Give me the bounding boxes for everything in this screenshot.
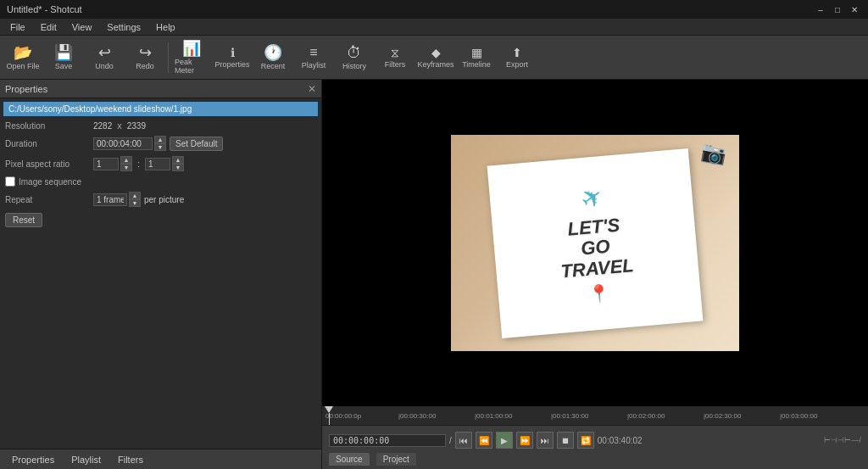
duration-down-arrow[interactable]: ▼ [154, 143, 166, 151]
pixel-aspect-label: Pixel aspect ratio [5, 159, 90, 169]
tab-filters[interactable]: Filters [111, 453, 150, 466]
main-area: Properties ✕ C:/Users/sony/Desktop/weeke… [0, 80, 868, 469]
repeat-label: Repeat [5, 195, 90, 204]
playlist-icon: ≡ [309, 46, 317, 59]
keyframes-button[interactable]: ◆ Keyframes [416, 37, 455, 78]
menu-settings[interactable]: Settings [100, 20, 147, 34]
zoom-controls: ⊢⊣⊣⊢—/ [824, 436, 861, 444]
left-panel: Properties ✕ C:/Users/sony/Desktop/weeke… [0, 80, 322, 469]
image-sequence-label: Image sequence [19, 177, 81, 187]
aspect-2-container: ▲ ▼ [145, 156, 184, 171]
properties-title: Properties [5, 84, 47, 94]
playlist-button[interactable]: ≡ Playlist [294, 37, 333, 78]
resolution-height: 2339 [127, 121, 146, 131]
menu-edit[interactable]: Edit [34, 20, 64, 34]
peak-meter-label: Peak Meter [175, 58, 209, 75]
reset-button[interactable]: Reset [5, 213, 42, 227]
peak-meter-button[interactable]: 📊 Peak Meter [172, 37, 211, 78]
image-sequence-checkbox[interactable] [5, 176, 15, 187]
travel-text: LET'SGOTRAVEL [556, 214, 634, 282]
prev-frame-button[interactable]: ⏪ [476, 432, 492, 449]
properties-button[interactable]: ℹ Properties [213, 37, 252, 78]
properties-panel-header: Properties ✕ [0, 80, 321, 98]
undo-button[interactable]: ↩ Undo [85, 37, 124, 78]
maximize-button[interactable]: □ [831, 3, 844, 16]
aspect-2-up[interactable]: ▲ [172, 156, 184, 164]
recent-icon: 🕐 [264, 45, 282, 60]
peak-meter-icon: 📊 [182, 41, 201, 56]
filters-button[interactable]: ⧖ Filters [376, 37, 415, 78]
duration-spin-arrows: ▲ ▼ [154, 136, 166, 151]
ruler-mark-2: |00:01:00:00 [475, 412, 512, 420]
right-panel: 📷 ✈ LET'SGOTRAVEL 📍 00:00:00:0p |00:00:3… [322, 80, 868, 469]
timeline-label: Timeline [462, 60, 491, 69]
export-button[interactable]: ⬆ Export [498, 37, 537, 78]
frames-input[interactable] [93, 193, 127, 206]
titlebar: Untitled* - Shotcut – □ ✕ [0, 0, 868, 19]
menu-view[interactable]: View [65, 20, 99, 34]
duration-up-arrow[interactable]: ▲ [154, 136, 166, 143]
ruler-mark-6: |00:03:00:00 [780, 412, 817, 420]
redo-button[interactable]: ↪ Redo [125, 37, 164, 78]
repeat-row: Repeat ▲ ▼ per picture [0, 189, 321, 209]
redo-label: Redo [136, 62, 154, 70]
time-separator: / [449, 436, 452, 445]
ruler-mark-1: |00:00:30:00 [398, 412, 436, 420]
total-time: 00:03:40:02 [598, 436, 643, 445]
go-to-end-button[interactable]: ⏭ [537, 432, 554, 449]
aspect-1-down[interactable]: ▼ [120, 164, 132, 171]
left-bottom-tabs: Properties Playlist Filters [0, 449, 321, 469]
timeline-button[interactable]: ▦ Timeline [457, 37, 496, 78]
current-time-display[interactable] [329, 434, 446, 447]
resolution-x-label: x [115, 120, 124, 131]
open-file-button[interactable]: 📂 Open File [3, 37, 42, 78]
history-label: History [342, 62, 366, 70]
aspect-1-container: ▲ ▼ [93, 156, 132, 171]
aspect-1-up[interactable]: ▲ [120, 156, 132, 164]
frames-down[interactable]: ▼ [129, 199, 141, 207]
play-forward-button[interactable]: ⏩ [516, 432, 533, 449]
transport-controls: / ⏮ ⏪ ▶ ⏩ ⏭ ⏹ 🔁 00:03:40:02 ⊢⊣⊣⊢—/ Sourc… [322, 425, 868, 469]
loop-button[interactable]: 🔁 [577, 432, 594, 449]
save-icon: 💾 [54, 45, 73, 60]
close-button[interactable]: ✕ [848, 3, 861, 16]
toolbar: 📂 Open File 💾 Save ↩ Undo ↪ Redo 📊 Peak … [0, 36, 868, 80]
preview-area: 📷 ✈ LET'SGOTRAVEL 📍 [322, 80, 868, 406]
playhead-marker[interactable] [326, 406, 332, 425]
aspect-2-input[interactable] [145, 158, 170, 170]
tab-playlist[interactable]: Playlist [64, 453, 108, 466]
set-default-button[interactable]: Set Default [170, 137, 223, 151]
duration-input[interactable] [93, 137, 153, 150]
save-button[interactable]: 💾 Save [44, 37, 83, 78]
recent-button[interactable]: 🕐 Recent [253, 37, 292, 78]
menu-file[interactable]: File [3, 20, 32, 34]
go-to-start-button[interactable]: ⏮ [455, 432, 472, 449]
resolution-label: Resolution [5, 121, 90, 131]
project-tab[interactable]: Project [376, 453, 416, 466]
minimize-button[interactable]: – [814, 3, 827, 16]
play-button[interactable]: ▶ [496, 432, 513, 449]
filters-label: Filters [385, 60, 406, 69]
pixel-aspect-row: Pixel aspect ratio ▲ ▼ : ▲ ▼ [0, 154, 321, 174]
aspect-1-input[interactable] [93, 158, 119, 170]
history-button[interactable]: ⏱ History [335, 37, 374, 78]
camera-decoration: 📷 [699, 140, 728, 168]
source-project-tabs: Source Project [329, 453, 861, 466]
file-path-bar: C:/Users/sony/Desktop/weekend slideshow/… [3, 102, 318, 116]
stop-button[interactable]: ⏹ [557, 432, 574, 449]
playhead-line [329, 413, 330, 425]
undo-label: Undo [95, 62, 114, 70]
source-tab[interactable]: Source [329, 453, 370, 466]
frames-up[interactable]: ▲ [129, 192, 141, 199]
properties-close-button[interactable]: ✕ [308, 83, 316, 95]
toolbar-separator-1 [168, 42, 169, 73]
aspect-2-spin: ▲ ▼ [172, 156, 184, 171]
menubar: File Edit View Settings Help [0, 19, 868, 36]
duration-input-container: ▲ ▼ [93, 136, 166, 151]
frames-spin: ▲ ▼ [129, 192, 141, 207]
ruler-mark-4: |00:02:00:00 [627, 412, 665, 420]
menu-help[interactable]: Help [149, 20, 182, 34]
keyframes-label: Keyframes [418, 60, 454, 69]
tab-properties[interactable]: Properties [5, 453, 61, 466]
aspect-2-down[interactable]: ▼ [172, 164, 184, 171]
